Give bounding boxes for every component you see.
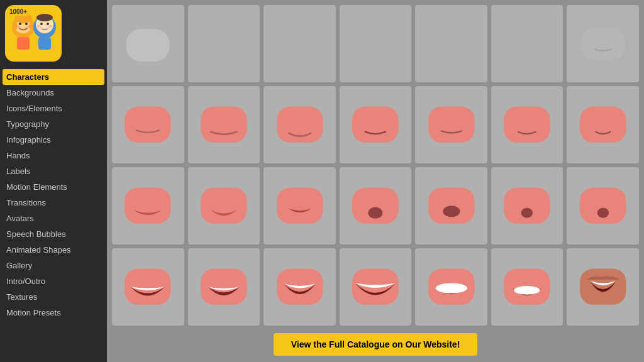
mouth-cell-r1c5[interactable] [415,5,487,82]
mouth-cell-r1c3[interactable] [264,5,336,82]
sidebar-item-intro-outro[interactable]: Intro/Outro [0,273,107,289]
sidebar-item-characters[interactable]: Characters [3,69,104,85]
svg-point-17 [48,25,52,28]
mouth-r4c3-icon [271,256,329,317]
mouth-cell-r1c2[interactable] [188,5,260,82]
mouth-cell-r1c1[interactable] [112,5,184,82]
sidebar-item-labels[interactable]: Labels [0,163,107,179]
mouth-cell-r4c4[interactable] [340,248,412,326]
mouth-cell-r1c4[interactable] [340,5,412,82]
mouth-cell-r3c6[interactable] [491,167,564,244]
nav-list: Characters Backgrounds Icons/Elements Ty… [0,67,107,362]
mouth-cell-r3c7[interactable] [567,167,639,244]
svg-rect-18 [126,30,170,62]
mouth-cell-r2c2[interactable] [188,86,260,163]
svg-point-45 [514,286,540,295]
mouth-cell-r3c2[interactable] [188,167,260,244]
mouth-cell-r3c4[interactable] [340,167,412,244]
mouth-r3c1-icon [119,175,177,236]
sidebar-item-textures[interactable]: Textures [0,289,107,305]
mouth-cell-r4c1[interactable] [112,248,184,326]
svg-point-37 [597,208,609,218]
sidebar-item-motion-elements[interactable]: Motion Elements [0,179,107,195]
svg-point-8 [16,25,19,28]
cta-bar: View the Full Catalogue on Our Website! [112,329,639,357]
svg-point-13 [40,23,43,25]
svg-rect-15 [38,37,51,50]
mouth-r4c4-icon [347,256,404,317]
mouth-r1c7-icon [574,13,632,74]
svg-point-16 [37,25,41,28]
svg-point-14 [47,23,49,25]
cta-button[interactable]: View the Full Catalogue on Our Website! [274,333,478,356]
mouth-r2c5-icon [423,94,480,155]
svg-point-12 [36,14,53,21]
mouth-cell-r2c3[interactable] [264,86,336,163]
svg-rect-3 [14,21,17,30]
mouth-cell-r1c6[interactable] [491,5,564,82]
mouth-cell-r2c1[interactable] [112,86,184,163]
sidebar-item-backgrounds[interactable]: Backgrounds [0,85,107,101]
mouth-cell-r2c4[interactable] [340,86,412,163]
sidebar-item-icons[interactable]: Icons/Elements [0,101,107,116]
svg-rect-39 [201,269,247,305]
sidebar-item-typography[interactable]: Typography [0,116,107,132]
mouth-r4c5-icon [423,256,480,317]
svg-rect-19 [581,28,625,60]
mouth-r2c6-icon [498,94,556,155]
mouth-cell-r4c6[interactable] [491,248,564,326]
mouth-cell-r4c7[interactable] [567,248,639,326]
svg-rect-29 [277,188,323,224]
logo-badge: 1000+ [8,8,29,16]
sidebar-item-speech-bubbles[interactable]: Speech Bubbles [0,226,107,242]
mouth-cell-r4c5[interactable] [415,248,487,326]
mouth-r2c4-icon [347,94,404,155]
sidebar-item-gallery[interactable]: Gallery [0,258,107,273]
mouth-cell-r4c3[interactable] [264,248,336,326]
svg-rect-24 [428,107,474,143]
svg-rect-26 [580,107,626,143]
svg-point-33 [443,206,460,217]
mouth-r3c5-icon [423,175,480,236]
mouth-r4c2-icon [195,256,253,317]
mouth-cell-r2c5[interactable] [415,86,487,163]
svg-rect-27 [125,188,171,224]
svg-point-9 [27,25,31,28]
svg-rect-25 [504,107,550,143]
svg-point-6 [25,23,28,25]
svg-rect-38 [125,269,171,305]
mouth-r4c1-icon [119,256,177,317]
sidebar-item-transitions[interactable]: Transitions [0,195,107,211]
mouth-r3c4-icon [347,175,404,236]
main-content: View the Full Catalogue on Our Website! [107,0,644,362]
svg-point-35 [521,208,533,218]
svg-rect-7 [17,37,30,50]
mouth-r4c6-icon [498,256,556,317]
svg-point-5 [19,23,21,25]
mouth-cell-r3c5[interactable] [415,167,487,244]
mouth-cell-r2c6[interactable] [491,86,564,163]
mouth-r2c1-icon [119,94,177,155]
mouth-r4c7-icon [574,256,632,317]
mouth-cell-r2c7[interactable] [567,86,639,163]
mouth-cell-r3c1[interactable] [112,167,184,244]
mouth-cell-r3c3[interactable] [264,167,336,244]
mouth-cell-r4c2[interactable] [188,248,260,326]
sidebar-item-avatars[interactable]: Avatars [0,211,107,226]
svg-rect-23 [352,107,398,143]
mouth-cell-r1c7[interactable] [567,5,639,82]
sidebar-item-animated-shapes[interactable]: Animated Shapes [0,242,107,258]
svg-point-31 [369,207,383,219]
mouth-r2c7-icon [574,94,632,155]
logo-area: 1000+ [0,0,107,67]
logo-box: 1000+ [5,5,62,62]
sidebar-item-hands[interactable]: Hands [0,148,107,163]
sidebar-item-motion-presets[interactable]: Motion Presets [0,305,107,321]
svg-rect-46 [580,269,626,305]
logo-illustration [6,9,61,57]
sidebar: 1000+ [0,0,107,362]
mouth-r2c2-icon [195,94,253,155]
sidebar-item-infographics[interactable]: Infographics [0,132,107,148]
mouth-r3c3-icon [271,175,329,236]
svg-rect-28 [201,188,247,224]
